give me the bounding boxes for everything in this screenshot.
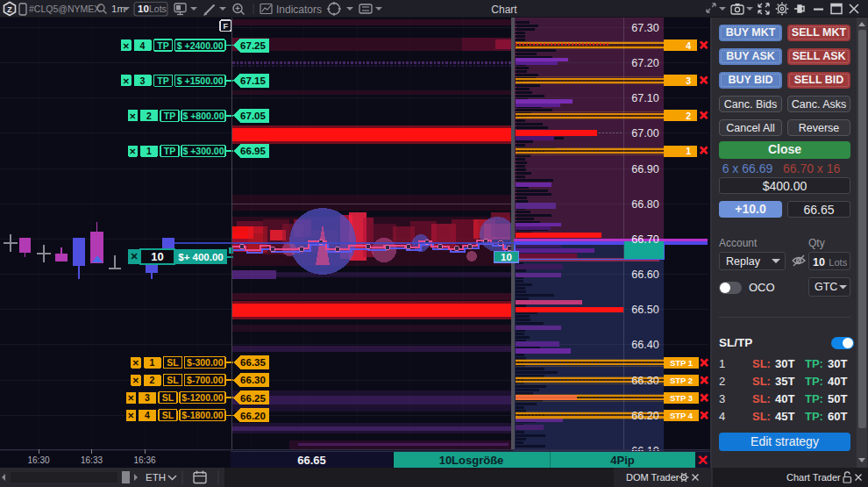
svg-text:4: 4	[145, 410, 150, 420]
svg-text:✕: ✕	[700, 409, 709, 422]
svg-text:10: 10	[138, 4, 149, 14]
svg-text:$+ 400.00: $+ 400.00	[178, 252, 223, 262]
svg-text:67.00: 67.00	[631, 127, 658, 140]
svg-text:10: 10	[151, 250, 163, 263]
svg-text:✕: ✕	[129, 111, 136, 121]
svg-text:1m: 1m	[111, 4, 125, 14]
svg-text:67.25: 67.25	[240, 40, 266, 51]
svg-text:66.30: 66.30	[240, 375, 266, 385]
svg-text:Chart: Chart	[491, 4, 517, 16]
svg-text:3: 3	[145, 392, 150, 403]
svg-text:STP 1: STP 1	[670, 358, 694, 368]
svg-text:66.20: 66.20	[631, 410, 658, 422]
svg-text:✕: ✕	[699, 74, 708, 87]
svg-text:4: 4	[140, 40, 146, 51]
svg-text:67.20: 67.20	[631, 57, 658, 69]
svg-text:$-1800.00: $-1800.00	[181, 410, 223, 420]
svg-text:✕: ✕	[127, 411, 134, 420]
svg-text:TP: TP	[164, 146, 175, 156]
svg-text:F: F	[224, 22, 229, 31]
svg-text:STP 3: STP 3	[670, 393, 693, 403]
svg-text:DOM Trader: DOM Trader	[626, 472, 679, 483]
svg-text:66.60: 66.60	[631, 269, 658, 281]
svg-text:66.40: 66.40	[631, 339, 658, 351]
svg-text:TP: TP	[157, 75, 168, 86]
svg-text:66.70: 66.70	[631, 233, 658, 246]
svg-text:✕: ✕	[132, 376, 139, 385]
svg-text:4: 4	[686, 40, 691, 51]
svg-text:Z: Z	[7, 5, 12, 14]
svg-text:TP: TP	[164, 111, 175, 121]
svg-text:✕: ✕	[700, 391, 709, 405]
svg-text:16:36: 16:36	[133, 455, 155, 465]
svg-text:10: 10	[501, 252, 512, 262]
svg-text:STP 4: STP 4	[670, 411, 694, 420]
svg-text:67.30: 67.30	[631, 22, 658, 34]
svg-text:3: 3	[140, 75, 146, 86]
svg-text:1: 1	[150, 357, 155, 368]
svg-text:#CLQ5@NYMEX: #CLQ5@NYMEX	[29, 4, 100, 14]
svg-text:✕: ✕	[700, 374, 709, 387]
svg-text:66.95: 66.95	[240, 146, 266, 156]
svg-text:2: 2	[686, 111, 691, 121]
svg-text:✕: ✕	[699, 39, 708, 52]
svg-text:✕: ✕	[127, 393, 134, 403]
svg-text:1: 1	[146, 146, 152, 156]
svg-text:66.50: 66.50	[631, 304, 658, 316]
svg-text:67.05: 67.05	[240, 111, 266, 121]
svg-text:2: 2	[146, 111, 152, 121]
svg-text:1: 1	[686, 146, 691, 156]
svg-text:✕: ✕	[123, 41, 130, 51]
svg-text:✕: ✕	[699, 144, 708, 157]
svg-text:SL: SL	[167, 375, 179, 385]
svg-text:67.15: 67.15	[240, 75, 266, 86]
svg-text:SL: SL	[167, 357, 179, 368]
svg-text:✕: ✕	[129, 147, 136, 156]
svg-text:Indicators: Indicators	[276, 4, 322, 16]
svg-text:16:33: 16:33	[81, 455, 103, 465]
svg-text:✕: ✕	[132, 358, 139, 368]
svg-text:$-300.00: $-300.00	[187, 357, 224, 368]
svg-text:$ +800.00: $ +800.00	[182, 111, 224, 121]
svg-text:67.10: 67.10	[631, 92, 658, 104]
svg-text:$ +1500.00: $ +1500.00	[177, 75, 224, 86]
svg-text:SL: SL	[162, 410, 174, 420]
svg-text:2: 2	[150, 375, 155, 385]
svg-text:66.35: 66.35	[240, 357, 266, 368]
svg-text:✕: ✕	[700, 356, 709, 369]
svg-text:✕: ✕	[699, 109, 708, 122]
svg-text:Chart Trader: Chart Trader	[786, 472, 841, 483]
svg-text:$-1200.00: $-1200.00	[181, 392, 223, 403]
svg-text:ETH: ETH	[146, 472, 166, 483]
svg-text:Lots: Lots	[149, 4, 167, 14]
svg-text:TP: TP	[157, 40, 168, 51]
svg-text:3: 3	[686, 75, 691, 86]
svg-text:✕: ✕	[130, 251, 138, 261]
svg-text:✕: ✕	[123, 76, 130, 86]
svg-text:66.30: 66.30	[631, 375, 658, 387]
svg-text:STP 2: STP 2	[670, 376, 693, 385]
svg-text:$ +2400.00: $ +2400.00	[177, 40, 224, 51]
svg-text:$-700.00: $-700.00	[187, 375, 224, 385]
svg-text:16:30: 16:30	[27, 455, 49, 465]
svg-text:$ +300.00: $ +300.00	[182, 146, 224, 156]
svg-text:66.80: 66.80	[631, 198, 658, 211]
svg-text:SL: SL	[162, 392, 174, 403]
svg-text:66.90: 66.90	[631, 163, 658, 175]
svg-text:66.20: 66.20	[240, 411, 266, 421]
svg-text:66.25: 66.25	[240, 393, 266, 404]
